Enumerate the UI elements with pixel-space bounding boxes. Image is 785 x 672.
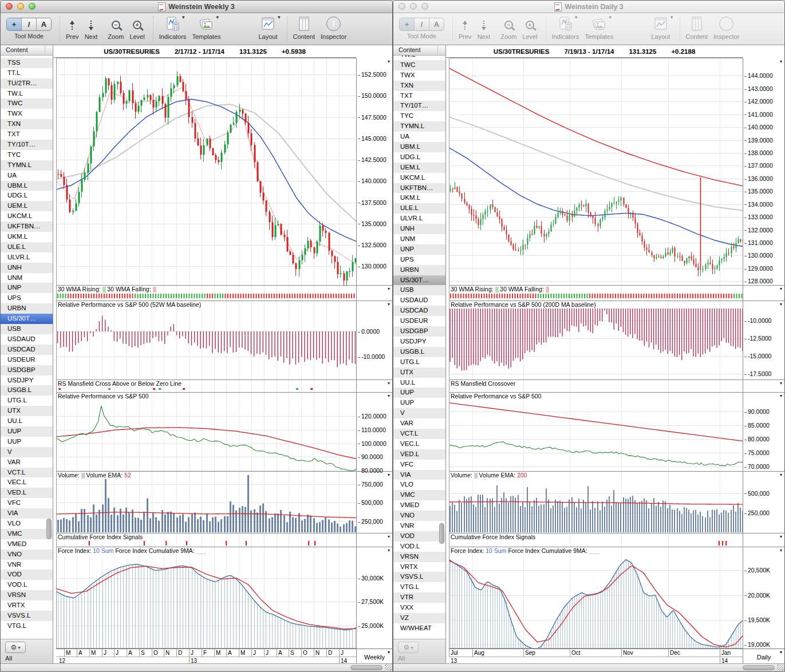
list-item[interactable]: VOD.L xyxy=(393,541,445,552)
pane-disclosure-icon[interactable]: ▾ xyxy=(388,393,390,398)
list-item[interactable]: UKM.L xyxy=(393,193,445,203)
zoom-button[interactable] xyxy=(29,3,35,10)
list-item[interactable]: UNM xyxy=(1,273,53,283)
titlebar[interactable]: Weinstein Weekly 3 xyxy=(1,1,392,13)
crosshair-tool-button[interactable]: + xyxy=(400,18,415,30)
list-item[interactable]: UNP xyxy=(1,283,53,293)
close-button[interactable] xyxy=(6,3,13,10)
document-icon[interactable] xyxy=(554,2,562,11)
list-item[interactable]: TWX xyxy=(393,70,445,81)
list-item[interactable]: TWX xyxy=(1,109,53,119)
list-item[interactable]: VMC xyxy=(393,490,445,500)
list-item[interactable]: UUP xyxy=(393,398,445,408)
list-item[interactable]: VAR xyxy=(1,457,53,468)
list-item[interactable]: ULE.L xyxy=(1,242,53,252)
zoom-out-button[interactable]: − Zoom xyxy=(108,15,124,40)
list-item[interactable]: VIA xyxy=(393,470,445,480)
content-button[interactable]: Content xyxy=(686,15,708,40)
list-item[interactable]: TXT xyxy=(393,91,445,101)
resize-grip[interactable] xyxy=(385,664,392,671)
next-button[interactable]: Next xyxy=(85,15,98,40)
chart-canvas[interactable] xyxy=(449,58,744,649)
list-item[interactable]: VAR xyxy=(393,418,445,429)
list-item[interactable]: VSVS.L xyxy=(1,611,53,621)
chart-canvas[interactable] xyxy=(56,58,357,649)
list-item[interactable]: UTG.L xyxy=(1,396,53,406)
list-item[interactable]: URBN xyxy=(393,265,445,275)
pane-disclosure-icon[interactable]: ▾ xyxy=(780,548,782,553)
list-item[interactable]: VRSN xyxy=(1,590,53,600)
inspector-button[interactable]: i Inspector xyxy=(713,15,739,40)
pane-disclosure-icon[interactable]: ▾ xyxy=(780,286,782,291)
list-item[interactable]: UA xyxy=(1,171,53,181)
pane-disclosure-icon[interactable]: ▾ xyxy=(780,59,782,64)
list-item[interactable]: VMED xyxy=(1,539,53,550)
list-item[interactable]: TU/2TR… xyxy=(1,78,53,89)
list-item[interactable]: UU.L xyxy=(1,416,53,426)
resize-grip[interactable] xyxy=(777,664,784,671)
list-item[interactable]: ULVR.L xyxy=(393,214,445,224)
list-item[interactable]: USDGBP xyxy=(393,326,445,337)
list-item[interactable]: USB xyxy=(393,285,445,295)
list-item[interactable]: USDEUR xyxy=(1,355,53,365)
list-item[interactable]: UTX xyxy=(1,406,53,416)
crosshair-tool-button[interactable]: + xyxy=(7,18,22,30)
list-item[interactable]: UBM.L xyxy=(393,142,445,152)
scrollbar-thumb[interactable] xyxy=(46,519,52,539)
list-item[interactable]: UDG.L xyxy=(393,152,445,163)
list-item[interactable]: TW.L xyxy=(1,89,53,99)
list-item[interactable]: VRTX xyxy=(1,600,53,611)
minimize-button[interactable] xyxy=(17,3,24,10)
list-item[interactable]: USB xyxy=(1,324,53,334)
list-item[interactable]: UPS xyxy=(1,293,53,303)
list-item[interactable]: VNR xyxy=(1,560,53,570)
list-item[interactable]: VMED xyxy=(393,500,445,511)
indicators-button[interactable]: ▾ Indicators xyxy=(159,15,187,40)
list-item[interactable]: USDGBP xyxy=(1,365,53,375)
list-item[interactable]: VZ xyxy=(393,613,445,623)
list-item[interactable]: USGB.L xyxy=(393,347,445,357)
list-item[interactable]: USDCAD xyxy=(393,306,445,316)
list-item[interactable]: TY/10T… xyxy=(393,101,445,111)
pane-disclosure-icon[interactable]: ▾ xyxy=(388,59,390,64)
list-item[interactable]: VLO xyxy=(1,519,53,529)
list-item[interactable]: TYC xyxy=(393,111,445,121)
list-item[interactable]: USDAUD xyxy=(1,334,53,345)
list-item-selected[interactable]: US/30T… xyxy=(1,314,53,324)
list-item[interactable]: USGB.L xyxy=(1,385,53,396)
list-item[interactable]: TT.L xyxy=(1,68,53,78)
list-item[interactable]: USDJPY xyxy=(393,337,445,347)
list-item[interactable]: TSS xyxy=(1,58,53,68)
pane-disclosure-icon[interactable]: ▾ xyxy=(780,302,782,307)
list-item[interactable]: VCT.L xyxy=(393,429,445,439)
list-item[interactable]: VOD xyxy=(393,531,445,541)
zoom-in-button[interactable]: + Level xyxy=(129,15,144,40)
pane-disclosure-icon[interactable]: ▾ xyxy=(388,381,390,386)
list-item[interactable]: VNR xyxy=(393,521,445,531)
list-item[interactable]: VFC xyxy=(1,498,53,508)
templates-button[interactable]: ▾ Templates xyxy=(585,15,613,40)
pane-disclosure-icon[interactable]: ▾ xyxy=(388,472,390,477)
list-item[interactable]: VOD.L xyxy=(1,580,53,590)
list-item[interactable]: VED.L xyxy=(393,449,445,460)
list-item[interactable]: UTG.L xyxy=(393,357,445,367)
list-item[interactable]: VEC.L xyxy=(393,439,445,449)
list-item[interactable]: VMC xyxy=(1,529,53,539)
list-item[interactable]: VTG.L xyxy=(393,582,445,592)
list-item[interactable]: UNH xyxy=(393,224,445,234)
pane-disclosure-icon[interactable]: ▾ xyxy=(388,548,390,553)
periodicity-selector[interactable]: Daily ▾ xyxy=(743,649,784,663)
list-item[interactable]: VCT.L xyxy=(1,468,53,478)
pane-disclosure-icon[interactable]: ▾ xyxy=(388,302,390,307)
list-item[interactable]: TY/10T… xyxy=(1,140,53,150)
zoom-in-button[interactable]: + Level xyxy=(522,15,537,40)
close-button[interactable] xyxy=(399,3,405,10)
list-item[interactable]: ULE.L xyxy=(393,203,445,214)
indicators-button[interactable]: ▾ Indicators xyxy=(552,15,579,40)
list-item[interactable]: TWC xyxy=(393,60,445,70)
trendline-tool-button[interactable]: / xyxy=(415,18,429,30)
list-item[interactable]: VRTX xyxy=(393,562,445,572)
zoom-out-button[interactable]: − Zoom xyxy=(500,15,516,40)
list-item[interactable]: TXN xyxy=(1,119,53,129)
list-item[interactable]: TYMN.L xyxy=(393,121,445,132)
